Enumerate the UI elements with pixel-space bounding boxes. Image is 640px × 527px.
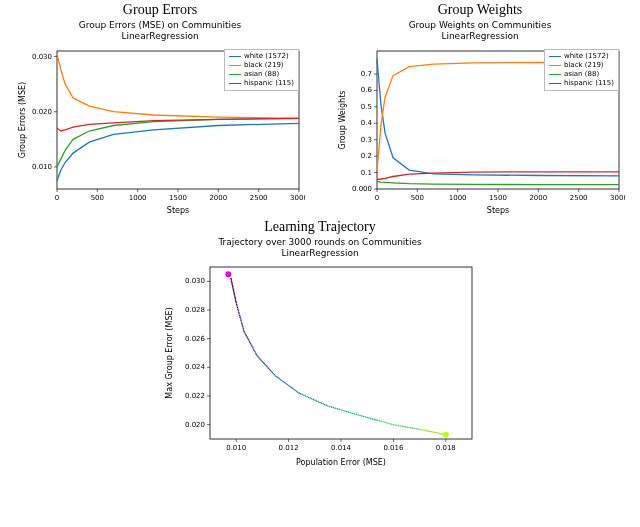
svg-point-226	[398, 425, 400, 427]
svg-point-168	[297, 391, 299, 393]
legend-item: hispanic (115)	[229, 79, 294, 88]
svg-point-158	[284, 382, 286, 384]
svg-text:0.012: 0.012	[279, 444, 299, 452]
legend-label: hispanic (115)	[564, 79, 614, 88]
svg-point-191	[335, 407, 337, 409]
svg-point-118	[245, 335, 247, 337]
svg-point-188	[329, 406, 331, 408]
legend-label: asian (88)	[244, 70, 279, 79]
svg-point-95	[235, 299, 237, 301]
svg-point-170	[300, 393, 302, 395]
svg-point-122	[248, 340, 250, 342]
svg-point-124	[250, 343, 252, 345]
svg-point-105	[239, 315, 241, 317]
plot-title-line1: Group Errors (MSE) on Communities	[79, 20, 241, 30]
legend: white (1572)black (219)asian (88)hispani…	[224, 49, 299, 91]
legend-label: white (1572)	[564, 52, 609, 61]
plot-title-line2: LinearRegression	[281, 248, 358, 258]
svg-text:Max Group Error (MSE): Max Group Error (MSE)	[165, 307, 174, 398]
svg-text:Steps: Steps	[487, 206, 509, 215]
svg-point-93	[234, 297, 236, 299]
group-weights-cell: Group Weights Group Weights on Communiti…	[325, 0, 635, 217]
svg-point-131	[255, 352, 257, 354]
svg-point-209	[368, 417, 370, 419]
svg-point-156	[281, 380, 283, 382]
svg-text:3000: 3000	[610, 194, 625, 202]
svg-point-154	[279, 378, 281, 380]
svg-point-216	[380, 421, 382, 423]
legend-item: black (219)	[229, 61, 294, 70]
svg-point-217	[382, 421, 384, 423]
svg-point-261	[443, 432, 449, 438]
svg-point-227	[400, 425, 402, 427]
legend-swatch	[549, 74, 561, 75]
svg-point-184	[322, 403, 324, 405]
svg-point-97	[235, 302, 237, 304]
svg-text:2500: 2500	[250, 194, 268, 202]
svg-point-130	[254, 351, 256, 353]
svg-point-174	[306, 396, 308, 398]
svg-point-153	[277, 377, 279, 379]
svg-point-239	[421, 429, 423, 431]
svg-text:0.024: 0.024	[185, 363, 206, 371]
svg-point-236	[415, 428, 417, 430]
svg-text:0.018: 0.018	[436, 444, 456, 452]
svg-point-88	[233, 290, 235, 292]
svg-point-231	[407, 426, 409, 428]
svg-point-235	[414, 428, 416, 430]
svg-point-212	[373, 419, 375, 421]
svg-point-107	[240, 318, 242, 320]
svg-point-100	[237, 307, 239, 309]
svg-point-221	[389, 423, 391, 425]
legend-item: white (1572)	[229, 52, 294, 61]
svg-point-229	[403, 426, 405, 428]
svg-point-164	[292, 388, 294, 390]
svg-text:0.010: 0.010	[32, 162, 52, 170]
svg-point-123	[249, 342, 251, 344]
svg-text:Group Weights: Group Weights	[338, 90, 347, 149]
svg-point-224	[394, 424, 396, 426]
svg-point-260	[225, 271, 231, 277]
svg-point-210	[370, 418, 372, 420]
svg-text:0.014: 0.014	[331, 444, 352, 452]
legend-swatch	[549, 83, 561, 84]
svg-text:Group Errors (MSE): Group Errors (MSE)	[18, 81, 27, 157]
svg-point-187	[327, 405, 329, 407]
svg-text:0.4: 0.4	[361, 119, 373, 127]
svg-point-111	[242, 324, 244, 326]
svg-point-128	[253, 348, 255, 350]
svg-point-225	[396, 425, 398, 427]
svg-point-176	[309, 397, 311, 399]
svg-text:0.010: 0.010	[226, 444, 246, 452]
section-label-errors: Group Errors	[123, 2, 197, 18]
svg-point-206	[363, 416, 365, 418]
svg-text:0.022: 0.022	[185, 392, 205, 400]
svg-point-197	[346, 411, 348, 413]
svg-point-109	[241, 321, 243, 323]
svg-rect-56	[210, 267, 472, 439]
svg-point-129	[253, 350, 255, 352]
svg-text:2000: 2000	[209, 194, 227, 202]
svg-point-159	[285, 383, 287, 385]
svg-text:0: 0	[375, 194, 379, 202]
plot-title-line1: Trajectory over 3000 rounds on Communiti…	[218, 237, 421, 247]
legend-item: asian (88)	[549, 70, 614, 79]
svg-point-110	[241, 323, 243, 325]
svg-point-238	[419, 429, 421, 431]
svg-text:0.2: 0.2	[361, 152, 372, 160]
svg-text:1500: 1500	[489, 194, 507, 202]
legend-item: black (219)	[549, 61, 614, 70]
svg-text:0.000: 0.000	[352, 185, 372, 193]
svg-text:0.020: 0.020	[32, 107, 52, 115]
svg-text:0.016: 0.016	[383, 444, 404, 452]
legend-item: hispanic (115)	[549, 79, 614, 88]
svg-point-121	[248, 339, 250, 341]
svg-text:2500: 2500	[570, 194, 588, 202]
svg-text:0.7: 0.7	[361, 70, 372, 78]
trajectory-chart: 0.0100.0120.0140.0160.0180.0200.0220.024…	[160, 261, 480, 469]
svg-point-163	[290, 387, 292, 389]
svg-point-115	[243, 331, 245, 333]
svg-point-237	[417, 428, 419, 430]
svg-point-183	[321, 402, 323, 404]
svg-point-193	[338, 409, 340, 411]
